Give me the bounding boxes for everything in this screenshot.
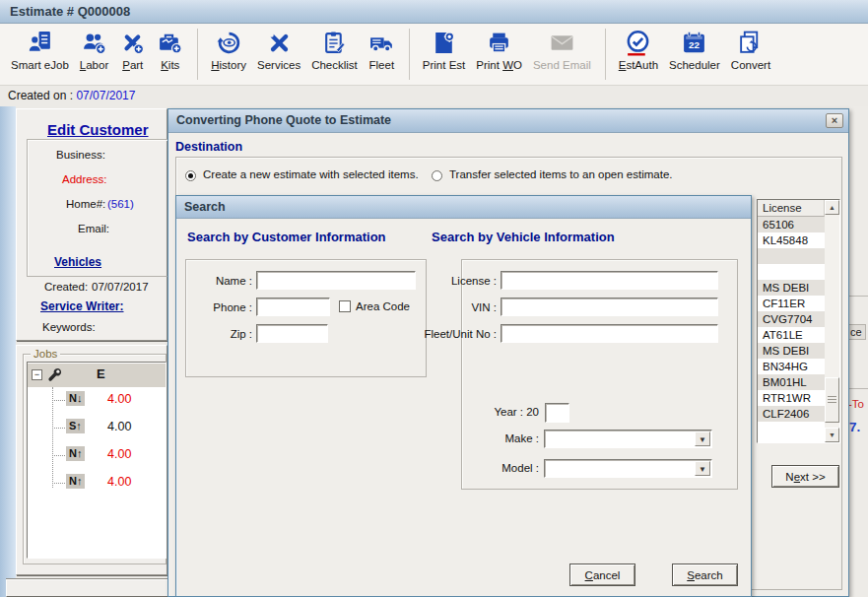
fleet-unit-input[interactable]	[501, 324, 718, 343]
close-icon[interactable]: ×	[826, 113, 843, 128]
license-row[interactable]: MS DEBI	[758, 280, 825, 296]
toolbar-print-est-button[interactable]: Print Est	[418, 27, 470, 72]
area-code-checkbox[interactable]	[339, 300, 351, 312]
svg-text:22: 22	[689, 39, 700, 50]
scrollbar-thumb[interactable]	[825, 377, 839, 423]
year-input[interactable]	[545, 403, 569, 423]
jobs-children: N↓4.00S↑4.00N↑4.00N↑4.00	[28, 391, 166, 509]
scheduler-icon: 22	[681, 28, 707, 57]
customer-created-label: Created:	[44, 281, 88, 293]
tree-connector	[52, 428, 65, 429]
toolbar-print-wo-button[interactable]: Print WO	[471, 27, 527, 72]
license-input[interactable]	[501, 271, 718, 290]
print-est-icon	[431, 28, 457, 57]
fleet-unit-label: Fleet/Unit No :	[416, 328, 497, 340]
toolbar-convert-button[interactable]: Convert	[726, 27, 775, 72]
job-root-row[interactable]: − E	[28, 364, 166, 387]
jobs-title: Jobs	[31, 348, 60, 360]
toolbar-checklist-button[interactable]: Checklist	[306, 27, 363, 72]
next-button[interactable]: Next >>	[771, 465, 839, 488]
scroll-up-icon[interactable]: ▲	[825, 200, 839, 215]
vin-input[interactable]	[501, 298, 718, 316]
job-hours-value: 4.00	[107, 420, 131, 433]
job-hours-value: 4.00	[107, 392, 131, 406]
job-type-badge: N↑	[66, 474, 85, 489]
radio-new-estimate[interactable]	[185, 170, 196, 181]
job-item-row[interactable]: N↑4.00	[28, 474, 166, 494]
license-list: License 65106KL45848MS DEBICF11ERCVG7704…	[757, 199, 840, 443]
job-item-row[interactable]: S↑4.00	[28, 419, 166, 438]
job-item-row[interactable]: N↓4.00	[28, 391, 166, 411]
history-icon	[216, 28, 242, 57]
search-dialog-titlebar: Search	[176, 196, 751, 219]
toolbar-services-button[interactable]: Services	[252, 27, 305, 72]
license-row[interactable]: CLF2406	[758, 406, 825, 422]
background-total-fragment: -To	[848, 398, 864, 410]
toolbar-fleet-button[interactable]: Fleet	[364, 27, 400, 72]
license-row[interactable]: BM01HL	[758, 374, 825, 390]
radio-transfer-open-estimate[interactable]	[432, 170, 442, 181]
job-item-row[interactable]: N↑4.00	[28, 446, 166, 466]
created-on-bar: Created on : 07/07/2017	[0, 87, 868, 106]
license-row[interactable]	[758, 264, 825, 280]
license-scrollbar[interactable]: ▲ ▼	[825, 200, 839, 442]
toolbar-history-button[interactable]: History	[206, 27, 251, 72]
license-row[interactable]: KL45848	[758, 232, 825, 248]
toolbar-smart-ejob-label: Smart eJob	[11, 59, 69, 71]
toolbar-kits-button[interactable]: Kits	[152, 27, 188, 72]
toolbar-part-label: Part	[122, 59, 143, 71]
chevron-down-icon[interactable]: ▼	[695, 461, 710, 476]
job-hours-value: 4.00	[107, 475, 131, 489]
toolbar-convert-label: Convert	[731, 59, 770, 71]
license-column-header[interactable]: License	[758, 200, 825, 217]
toolbar-separator	[197, 29, 198, 80]
scroll-down-icon[interactable]: ▼	[825, 428, 839, 442]
model-dropdown[interactable]: ▼	[544, 459, 712, 478]
services-icon	[266, 28, 293, 57]
send-email-icon	[549, 28, 575, 57]
toolbar-scheduler-button[interactable]: 22Scheduler	[664, 27, 725, 72]
toolbar-checklist-label: Checklist	[311, 59, 358, 71]
make-dropdown[interactable]: ▼	[544, 430, 712, 448]
job-hours-value: 4.00	[107, 447, 131, 461]
cancel-button[interactable]: Cancel	[569, 564, 635, 586]
vehicles-link[interactable]: Vehicles	[54, 255, 101, 269]
license-row[interactable]: CVG7704	[758, 311, 825, 327]
toolbar: Smart eJobLaborPartKitsHistoryServicesCh…	[0, 24, 868, 86]
edit-customer-link[interactable]: Edit Customer	[44, 121, 152, 138]
radio-transfer-open-estimate-label[interactable]: Transfer selected items to an open estim…	[449, 168, 673, 180]
chevron-down-icon[interactable]: ▼	[695, 431, 710, 446]
license-row[interactable]: MS DEBI	[758, 343, 825, 359]
fleet-icon	[368, 28, 395, 57]
customer-created-value: 07/07/2017	[92, 281, 149, 293]
radio-new-estimate-label[interactable]: Create a new estimate with selected item…	[203, 168, 419, 180]
toolbar-smart-ejob-button[interactable]: Smart eJob	[6, 27, 74, 72]
app-window: Estimate # Q000008 Smart eJobLaborPartKi…	[0, 0, 868, 597]
toolbar-separator	[409, 29, 410, 80]
address-label: Address:	[62, 173, 106, 185]
toolbar-part-button[interactable]: Part	[114, 27, 151, 72]
license-row[interactable]	[758, 248, 825, 264]
zip-input[interactable]	[256, 324, 328, 343]
vehicle-section-heading: Search by Vehicle Information	[432, 230, 615, 244]
license-row[interactable]: 65106	[758, 217, 825, 232]
job-root-label: E	[97, 366, 105, 381]
license-row[interactable]: CF11ER	[758, 296, 825, 311]
jobs-panel: Jobs − E N↓4.00S↑4.00N↑4.00N↑4.00	[16, 345, 167, 575]
toolbar-print-wo-label: Print WO	[476, 59, 522, 71]
toolbar-labor-button[interactable]: Labor	[75, 27, 113, 72]
service-writer-link[interactable]: Service Writer:	[40, 299, 124, 313]
name-input[interactable]	[256, 271, 416, 290]
toolbar-est-auth-button[interactable]: EstAuth	[614, 27, 663, 72]
license-row[interactable]: AT61LE	[758, 327, 825, 343]
phone-input[interactable]	[256, 298, 330, 316]
license-row[interactable]: BN34HG	[758, 359, 825, 374]
home-value: (561)	[107, 198, 134, 210]
search-button[interactable]: Search	[672, 564, 738, 586]
tree-connector	[52, 455, 65, 456]
part-icon	[119, 28, 146, 57]
toolbar-send-email-label: Send Email	[533, 59, 591, 71]
toolbar-est-auth-label: EstAuth	[619, 59, 658, 71]
tree-collapse-toggle[interactable]: −	[32, 369, 42, 380]
license-row[interactable]: RTR1WR	[758, 390, 825, 406]
